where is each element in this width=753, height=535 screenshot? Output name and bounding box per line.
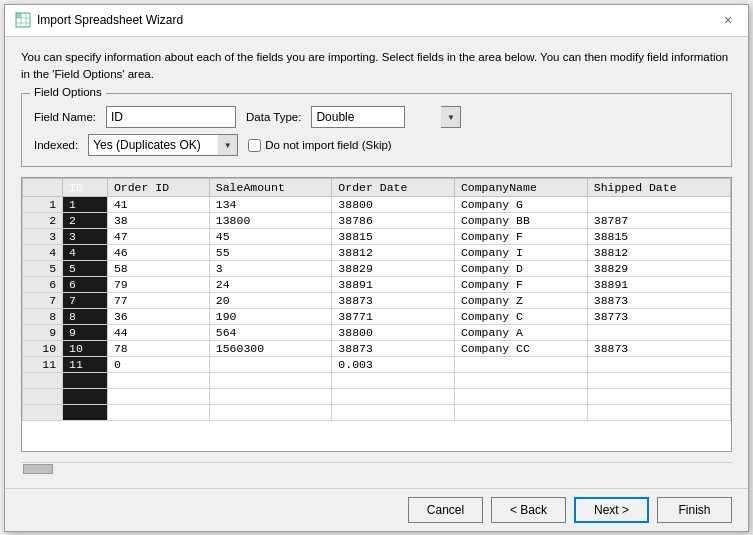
cell-id: 5 xyxy=(63,261,108,277)
cell-data: 38891 xyxy=(587,277,730,293)
next-button[interactable]: Next > xyxy=(574,497,649,523)
skip-field-label[interactable]: Do not import field (Skip) xyxy=(248,139,392,152)
svg-rect-1 xyxy=(16,13,21,18)
cell-empty xyxy=(107,373,209,389)
cell-rownum: 1 xyxy=(23,197,63,213)
field-options-row-2: Indexed: No Yes (Duplicates OK) Yes (No … xyxy=(34,134,719,156)
cell-data: 38812 xyxy=(587,245,730,261)
title-bar-left: Import Spreadsheet Wizard xyxy=(15,12,183,28)
cell-id: 3 xyxy=(63,229,108,245)
cell-empty xyxy=(587,389,730,405)
cell-rownum: 9 xyxy=(23,325,63,341)
cell-data: Company C xyxy=(454,309,587,325)
cell-data: 46 xyxy=(107,245,209,261)
table-row: 22381380038786Company BB38787 xyxy=(23,213,731,229)
scrollbar-h-thumb[interactable] xyxy=(23,464,53,474)
cell-empty xyxy=(23,389,63,405)
cell-empty xyxy=(23,373,63,389)
cell-data xyxy=(454,357,587,373)
cell-data: 38800 xyxy=(332,325,455,341)
cell-data: 38773 xyxy=(587,309,730,325)
indexed-select[interactable]: No Yes (Duplicates OK) Yes (No Duplicate… xyxy=(88,134,222,156)
table-row: 44465538812Company I38812 xyxy=(23,245,731,261)
field-name-input[interactable] xyxy=(106,106,236,128)
table-row: 5558338829Company D38829 xyxy=(23,261,731,277)
col-header-rownum[interactable] xyxy=(23,179,63,197)
data-type-select[interactable]: Double Text Integer Long Integer Single … xyxy=(311,106,405,128)
spreadsheet-icon xyxy=(15,12,31,28)
table-row-empty xyxy=(23,405,731,421)
indexed-select-wrapper[interactable]: No Yes (Duplicates OK) Yes (No Duplicate… xyxy=(88,134,238,156)
cell-data: 38873 xyxy=(332,341,455,357)
cell-empty xyxy=(332,405,455,421)
cell-data xyxy=(587,325,730,341)
cell-data: 3 xyxy=(209,261,332,277)
cell-empty xyxy=(107,389,209,405)
table-row: 101078156030038873Company CC38873 xyxy=(23,341,731,357)
table-row-empty xyxy=(23,389,731,405)
cell-id: 9 xyxy=(63,325,108,341)
close-button[interactable]: × xyxy=(718,10,738,30)
cell-data: 1560300 xyxy=(209,341,332,357)
cell-empty xyxy=(23,405,63,421)
cell-empty xyxy=(587,373,730,389)
title-bar: Import Spreadsheet Wizard × xyxy=(5,5,748,37)
field-name-label: Field Name: xyxy=(34,111,96,123)
data-table-container[interactable]: ID Order ID SaleAmount Order Date Compan… xyxy=(21,177,732,452)
skip-field-checkbox[interactable] xyxy=(248,139,261,152)
cell-data: 38873 xyxy=(587,341,730,357)
back-button[interactable]: < Back xyxy=(491,497,566,523)
cell-data: Company CC xyxy=(454,341,587,357)
cell-data: 24 xyxy=(209,277,332,293)
cell-data: Company F xyxy=(454,229,587,245)
cell-data: 38891 xyxy=(332,277,455,293)
field-options-group: Field Options Field Name: Data Type: Dou… xyxy=(21,93,732,167)
table-row: 33474538815Company F38815 xyxy=(23,229,731,245)
cell-empty xyxy=(209,389,332,405)
cell-data: 58 xyxy=(107,261,209,277)
field-options-legend: Field Options xyxy=(30,86,106,98)
field-options-row-1: Field Name: Data Type: Double Text Integ… xyxy=(34,106,719,128)
cell-empty xyxy=(63,373,108,389)
col-header-orderid[interactable]: Order ID xyxy=(107,179,209,197)
cell-data: 38815 xyxy=(332,229,455,245)
cancel-button[interactable]: Cancel xyxy=(408,497,483,523)
table-row: 77772038873Company Z38873 xyxy=(23,293,731,309)
cell-id: 11 xyxy=(63,357,108,373)
cell-data: Company D xyxy=(454,261,587,277)
col-header-shippeddate[interactable]: Shipped Date xyxy=(587,179,730,197)
cell-empty xyxy=(332,389,455,405)
indexed-label: Indexed: xyxy=(34,139,78,151)
cell-data xyxy=(587,357,730,373)
cell-rownum: 3 xyxy=(23,229,63,245)
col-header-companyname[interactable]: CompanyName xyxy=(454,179,587,197)
table-row: 66792438891Company F38891 xyxy=(23,277,731,293)
cell-empty xyxy=(454,405,587,421)
cell-rownum: 8 xyxy=(23,309,63,325)
cell-rownum: 10 xyxy=(23,341,63,357)
cell-data: Company BB xyxy=(454,213,587,229)
cell-empty xyxy=(454,389,587,405)
table-row-empty xyxy=(23,373,731,389)
cell-data: 44 xyxy=(107,325,209,341)
col-header-orderdate[interactable]: Order Date xyxy=(332,179,455,197)
finish-button[interactable]: Finish xyxy=(657,497,732,523)
horizontal-scrollbar[interactable] xyxy=(21,462,732,476)
cell-data: 564 xyxy=(209,325,332,341)
col-header-id[interactable]: ID xyxy=(63,179,108,197)
cell-data: 38829 xyxy=(332,261,455,277)
cell-id: 7 xyxy=(63,293,108,309)
table-row: 883619038771Company C38773 xyxy=(23,309,731,325)
cell-data: 38829 xyxy=(587,261,730,277)
col-header-saleamount[interactable]: SaleAmount xyxy=(209,179,332,197)
cell-empty xyxy=(107,405,209,421)
cell-data: Company F xyxy=(454,277,587,293)
cell-empty xyxy=(454,373,587,389)
data-type-label: Data Type: xyxy=(246,111,301,123)
cell-id: 8 xyxy=(63,309,108,325)
cell-data: 41 xyxy=(107,197,209,213)
cell-data: 0 xyxy=(107,357,209,373)
data-type-select-wrapper[interactable]: Double Text Integer Long Integer Single … xyxy=(311,106,461,128)
cell-data: 38771 xyxy=(332,309,455,325)
cell-id: 6 xyxy=(63,277,108,293)
